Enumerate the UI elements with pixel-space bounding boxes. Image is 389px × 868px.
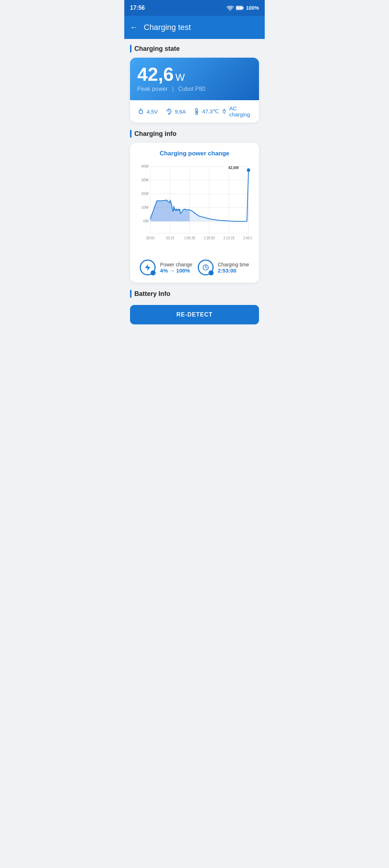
current-icon [165,108,173,115]
charging-time-label: Charging time [218,262,249,267]
svg-text:30W: 30W [141,178,149,182]
svg-text:1:06:39: 1:06:39 [184,236,195,240]
power-change-value: 4% → 100% [160,267,192,274]
app-bar: ← Charging test [124,16,265,39]
chart-container: 40W 30W 20W 10W 0W 00:00 33:19 1:06:39 1… [137,163,252,249]
charging-time-value: 2:53:00 [218,267,249,274]
svg-text:00:00: 00:00 [146,236,155,240]
svg-point-0 [230,10,231,11]
voltage-icon [137,108,144,115]
svg-text:2:13:19: 2:13:19 [223,236,234,240]
charging-state-title: Charging state [134,45,180,53]
plug-icon [222,108,227,115]
section-bar-2 [130,130,131,138]
svg-text:33:19: 33:19 [166,236,174,240]
temperature-stat: 47,3℃ [193,108,222,115]
svg-text:40W: 40W [141,164,149,169]
section-bar [130,45,131,53]
charging-card-bottom: 4,5V 9,6A 47,3℃ [130,100,259,123]
content: Charging state 42,6 W Peak power | Cubot… [124,39,265,330]
power-change-legend: Power change 4% → 100% [140,260,192,275]
power-change-label: Power change [160,262,192,267]
voltage-value: 4,5V [147,108,158,115]
peak-power-display: 42,6 W [137,65,252,84]
power-change-icon [140,260,156,275]
back-button[interactable]: ← [130,23,138,32]
peak-power-label: Peak power | Cubot P80 [137,86,252,92]
svg-text:0W: 0W [143,219,149,223]
charging-info-card: Charging power change 40W 30W [130,143,259,283]
svg-text:20W: 20W [141,191,149,196]
peak-power-value: 42,6 [137,64,174,85]
svg-text:1:39:59: 1:39:59 [204,236,215,240]
charging-type-value: AC charging [229,105,252,118]
device-name: Cubot P80 [178,86,206,92]
charging-time-legend: Charging time 2:53:00 [198,260,249,275]
battery-info-header: Battery Info [130,290,259,298]
status-time: 17:56 [130,5,145,11]
svg-text:2:46:39: 2:46:39 [243,236,252,240]
svg-text:10W: 10W [141,205,149,210]
chart-legend: Power change 4% → 100% Charging time 2:5… [137,255,252,275]
charging-info-header: Charging info [130,130,259,138]
charging-info-title: Charging info [134,130,176,138]
temperature-icon [193,108,200,115]
current-stat: 9,6A [165,108,193,115]
charging-type-stat: AC charging [222,105,252,118]
voltage-stat: 4,5V [137,108,165,115]
charging-state-card: 42,6 W Peak power | Cubot P80 4,5V [130,58,259,123]
section-bar-3 [130,290,131,298]
temperature-value: 47,3℃ [202,108,219,115]
peak-power-text: Peak power [137,86,168,92]
chart-title: Charging power change [137,150,252,157]
wifi-icon [227,5,234,11]
svg-point-32 [247,168,250,172]
status-icons: 100% [227,5,259,11]
current-value: 9,6A [175,108,186,115]
charging-time-icon [198,260,214,275]
svg-rect-2 [243,7,244,9]
status-bar: 17:56 100% [124,0,265,16]
redetect-button[interactable]: RE-DETECT [130,305,259,324]
battery-info-section: Battery Info [130,290,259,298]
peak-power-unit: W [175,72,185,83]
charging-chart: 40W 30W 20W 10W 0W 00:00 33:19 1:06:39 1… [137,163,252,249]
svg-text:42,6W: 42,6W [228,165,239,170]
charging-card-top: 42,6 W Peak power | Cubot P80 [130,58,259,100]
battery-percent: 100% [246,5,259,11]
battery-icon [236,5,244,10]
app-bar-title: Charging test [144,23,191,32]
battery-info-title: Battery Info [134,290,170,298]
charging-state-header: Charging state [130,45,259,53]
